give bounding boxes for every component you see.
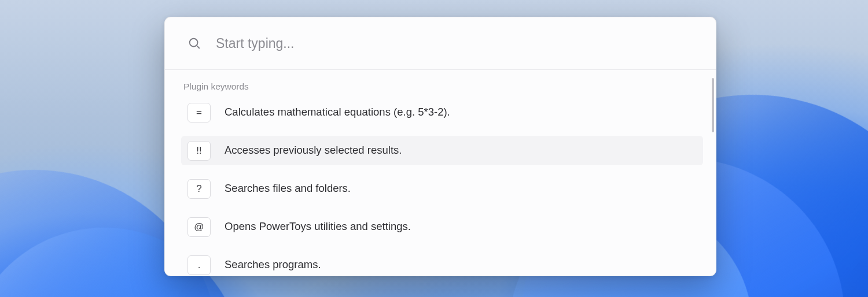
run-launcher-window: Plugin keywords =Calculates mathematical… <box>164 17 716 276</box>
plugin-keyword-description: Opens PowerToys utilities and settings. <box>225 220 411 233</box>
scrollbar-thumb[interactable] <box>712 78 714 132</box>
plugin-keyword-item[interactable]: .Searches programs. <box>181 250 703 276</box>
plugin-keyword-item[interactable]: !!Accesses previously selected results. <box>181 136 703 165</box>
plugin-keyword-chip: !! <box>187 141 211 161</box>
svg-line-1 <box>197 46 200 49</box>
plugin-keyword-item[interactable]: =Calculates mathematical equations (e.g.… <box>181 98 703 127</box>
plugin-keyword-item[interactable]: @Opens PowerToys utilities and settings. <box>181 212 703 242</box>
results-panel: Plugin keywords =Calculates mathematical… <box>165 70 716 276</box>
search-row <box>165 17 716 70</box>
plugin-keyword-chip: = <box>187 103 211 122</box>
plugin-keyword-item[interactable]: ?Searches files and folders. <box>181 174 703 203</box>
plugin-keyword-description: Calculates mathematical equations (e.g. … <box>225 106 450 118</box>
search-input[interactable] <box>216 36 695 51</box>
scrollbar[interactable] <box>712 78 714 228</box>
plugin-keyword-chip: ? <box>187 179 211 199</box>
plugin-keyword-chip: . <box>187 255 211 275</box>
plugin-keyword-chip: @ <box>187 217 211 237</box>
plugin-keyword-description: Searches programs. <box>225 258 321 271</box>
section-header-plugin-keywords: Plugin keywords <box>181 78 703 98</box>
plugin-keyword-description: Accesses previously selected results. <box>225 144 402 157</box>
plugin-keyword-description: Searches files and folders. <box>225 182 351 195</box>
search-icon <box>188 37 201 50</box>
